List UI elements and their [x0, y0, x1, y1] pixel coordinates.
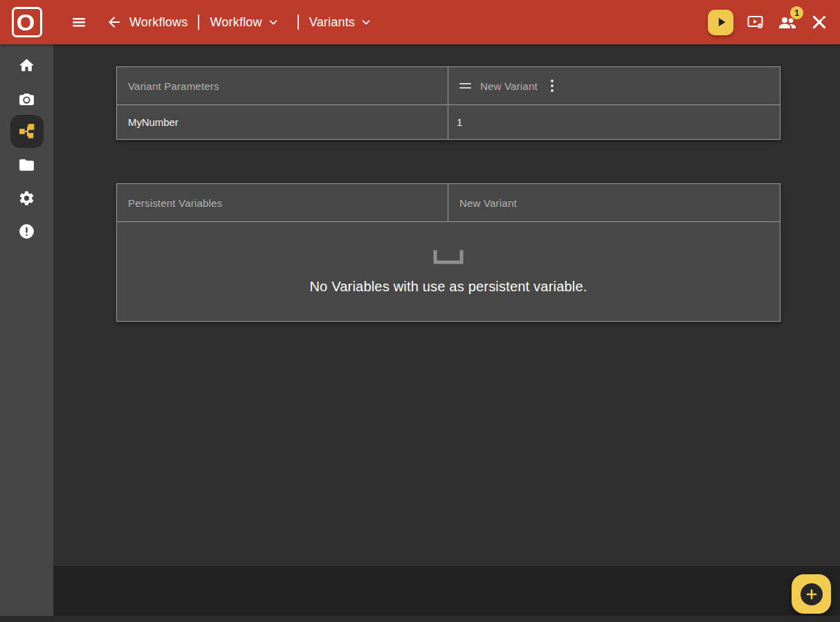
sidebar-item-workflows[interactable] — [10, 115, 44, 148]
variant-column-header[interactable]: New Variant — [480, 80, 538, 92]
logo-square: O — [12, 7, 42, 37]
chevron-down-icon — [267, 16, 280, 28]
empty-tray-icon — [433, 248, 464, 264]
menu-button[interactable] — [71, 14, 87, 30]
table-row[interactable]: MyNumber 1 — [117, 104, 780, 139]
notification-badge: 1 — [790, 6, 803, 19]
left-sidebar — [0, 44, 53, 616]
settings-gear-icon — [18, 190, 35, 207]
sidebar-item-files[interactable] — [10, 148, 44, 181]
table-header-row: Persistent Variables New Variant — [117, 184, 780, 221]
edit-off-icon — [810, 13, 828, 31]
users-button[interactable]: 1 — [778, 14, 797, 30]
folder-icon — [18, 156, 35, 174]
variant-column-header-cell: New Variant — [448, 67, 780, 104]
table-header-row: Variant Parameters New Variant — [117, 67, 780, 104]
edit-tools-button[interactable] — [810, 13, 828, 31]
workflow-dropdown-label: Workflow — [210, 15, 262, 30]
app-window: O Workflows Workflow Variants — [0, 0, 840, 622]
variant-column-header-cell: New Variant — [448, 184, 780, 221]
run-workflow-button[interactable] — [708, 10, 733, 35]
variant-column-header: New Variant — [459, 197, 517, 209]
sidebar-item-home[interactable] — [10, 48, 44, 82]
logo-letter: O — [17, 10, 35, 34]
hamburger-icon — [71, 14, 87, 30]
app-logo[interactable]: O — [0, 0, 53, 44]
top-app-bar: O Workflows Workflow Variants — [0, 0, 840, 44]
sidebar-item-camera[interactable] — [10, 82, 44, 115]
variant-menu-kebab-icon[interactable] — [547, 77, 558, 95]
topbar-actions: 1 — [708, 10, 828, 35]
parameter-value-cell[interactable]: 1 — [448, 105, 780, 139]
alert-icon — [18, 223, 35, 240]
table-title: Persistent Variables — [128, 197, 222, 209]
workflow-tree-icon — [19, 123, 35, 140]
play-icon — [713, 15, 729, 30]
empty-state: No Variables with use as persistent vari… — [117, 221, 780, 321]
parameter-name: MyNumber — [128, 116, 179, 128]
breadcrumb-separator — [298, 15, 299, 30]
persistent-variables-table: Persistent Variables New Variant No Vari… — [116, 183, 780, 322]
plus-icon — [806, 589, 817, 600]
parameter-value: 1 — [457, 116, 462, 128]
table-title-cell: Variant Parameters — [117, 67, 448, 104]
variant-parameters-table: Variant Parameters New Variant MyNumber … — [116, 66, 780, 140]
video-settings-icon — [747, 13, 765, 31]
arrow-back-icon — [106, 14, 122, 30]
variants-dropdown-label: Variants — [309, 15, 355, 30]
camera-icon — [18, 90, 35, 107]
home-icon — [18, 57, 35, 74]
variants-dropdown[interactable]: Variants — [309, 15, 372, 30]
chevron-down-icon — [360, 16, 372, 28]
sidebar-item-settings[interactable] — [10, 181, 44, 214]
sidebar-item-alerts[interactable] — [10, 214, 44, 248]
fab-circle — [801, 583, 823, 605]
bottom-bar — [53, 566, 840, 616]
parameter-name-cell: MyNumber — [117, 105, 448, 139]
add-variant-fab[interactable] — [792, 574, 831, 614]
breadcrumb-separator — [198, 15, 199, 30]
horizontal-scrollbar-track[interactable] — [0, 616, 840, 622]
drag-handle-icon[interactable] — [459, 83, 471, 89]
table-title: Variant Parameters — [128, 80, 219, 92]
breadcrumb-workflows[interactable]: Workflows — [129, 15, 188, 30]
video-settings-button[interactable] — [747, 13, 765, 31]
table-title-cell: Persistent Variables — [117, 184, 448, 221]
back-button[interactable] — [106, 14, 122, 30]
workflow-dropdown[interactable]: Workflow — [210, 15, 279, 30]
empty-state-message: No Variables with use as persistent vari… — [309, 279, 587, 295]
